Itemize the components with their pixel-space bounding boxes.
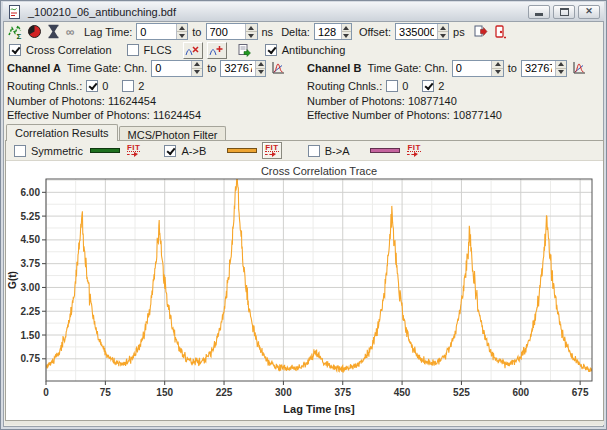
delta-label: Delta: bbox=[281, 26, 310, 38]
close-button[interactable]: ✕ bbox=[578, 5, 600, 19]
antibunching-checkbox[interactable] bbox=[265, 44, 277, 56]
to-label: to bbox=[508, 62, 517, 74]
x-tick-label: 75 bbox=[100, 387, 112, 398]
channel-a-gate-from-field[interactable] bbox=[151, 60, 203, 77]
spin-up-icon[interactable] bbox=[256, 61, 266, 69]
save-export-icon[interactable] bbox=[237, 43, 253, 58]
channel-b-gate-to-field[interactable] bbox=[521, 60, 567, 77]
ps-unit-label: ps bbox=[453, 26, 465, 38]
tcspc-histogram-icon[interactable] bbox=[270, 61, 286, 76]
channel-a-routing-2-checkbox[interactable] bbox=[122, 80, 134, 92]
fit-b-to-a-button[interactable]: FIT bbox=[405, 143, 423, 158]
correlation-trace bbox=[46, 167, 592, 373]
channel-a-gate-from-input[interactable] bbox=[152, 61, 191, 76]
legend-symmetric-label: Symmetric bbox=[31, 145, 83, 157]
y-axis-label: G(t) bbox=[7, 271, 18, 289]
spin-down-icon[interactable] bbox=[342, 32, 351, 39]
spin-up-icon[interactable] bbox=[342, 24, 351, 32]
document-file-icon bbox=[7, 4, 23, 19]
x-tick-label: 600 bbox=[512, 387, 529, 398]
channel-a-title: Channel A bbox=[7, 62, 61, 74]
photons-value: 11624454 bbox=[108, 95, 156, 107]
x-tick-label: 450 bbox=[394, 387, 411, 398]
effective-photons-value: 11624454 bbox=[153, 109, 201, 121]
lag-time-to-field[interactable] bbox=[206, 23, 258, 40]
flcs-label: FLCS bbox=[144, 44, 172, 56]
spin-up-icon[interactable] bbox=[192, 61, 202, 69]
spin-down-icon[interactable] bbox=[438, 32, 449, 39]
svg-text:∞: ∞ bbox=[66, 25, 75, 39]
flcs-checkbox[interactable] bbox=[127, 44, 139, 56]
legend-b-to-a-checkbox[interactable] bbox=[308, 145, 320, 157]
exit-icon[interactable] bbox=[492, 24, 508, 39]
channel-b-gate-from-field[interactable] bbox=[452, 60, 504, 77]
channel-b-routing-0-checkbox[interactable] bbox=[386, 80, 398, 92]
lag-time-to-input[interactable] bbox=[207, 24, 246, 39]
maximize-button[interactable] bbox=[553, 5, 575, 19]
plot-area: 0751502253003754505256006750.751.502.253… bbox=[21, 167, 592, 399]
lag-time-from-input[interactable] bbox=[137, 24, 176, 39]
spin-up-icon[interactable] bbox=[246, 24, 256, 32]
spin-down-icon[interactable] bbox=[492, 69, 502, 76]
tab-correlation-results[interactable]: Correlation Results bbox=[6, 124, 118, 141]
spin-up-icon[interactable] bbox=[438, 24, 449, 32]
fit-symmetric-button[interactable]: FIT bbox=[125, 143, 143, 158]
minimize-button[interactable] bbox=[528, 5, 550, 19]
titlebar: _100210_06_antibunching.bdf ✕ bbox=[3, 2, 604, 21]
fit-a-to-b-button[interactable]: FIT bbox=[262, 142, 282, 159]
lag-time-from-field[interactable] bbox=[136, 23, 188, 40]
spin-down-icon[interactable] bbox=[192, 69, 202, 76]
legend-b-to-a-label: B->A bbox=[325, 145, 350, 157]
sum-trace-icon[interactable]: Σ bbox=[7, 24, 23, 39]
preview-glasses-icon[interactable]: ∞ bbox=[64, 24, 80, 39]
y-tick-label: 3.75 bbox=[21, 258, 41, 269]
time-pie-icon[interactable] bbox=[26, 24, 42, 39]
spin-down-icon[interactable] bbox=[256, 69, 266, 76]
spin-up-icon[interactable] bbox=[556, 61, 566, 69]
lag-time-label: Lag Time: bbox=[84, 26, 132, 38]
fit-arrow-icon bbox=[407, 152, 419, 157]
time-gate-label: Time Gate: Chn. bbox=[367, 62, 447, 74]
legend-b-to-a-swatch bbox=[370, 148, 400, 153]
spin-up-icon[interactable] bbox=[492, 61, 502, 69]
offset-input[interactable] bbox=[396, 24, 437, 39]
cross-correlation-chart: Cross Correlation Trace Lag Time [ns] G(… bbox=[6, 161, 603, 420]
spin-up-icon[interactable] bbox=[177, 24, 187, 32]
channel-a-gate-to-input[interactable] bbox=[221, 61, 254, 76]
spin-down-icon[interactable] bbox=[177, 32, 187, 39]
fit-arrow-icon bbox=[127, 152, 139, 157]
channel-a-routing-0-checkbox[interactable] bbox=[86, 80, 98, 92]
minimize-icon bbox=[535, 13, 543, 16]
tab-mcs-photon-filter[interactable]: MCS/Photon Filter bbox=[119, 126, 227, 141]
cross-correlation-checkbox[interactable] bbox=[9, 44, 21, 56]
legend-symmetric-checkbox[interactable] bbox=[14, 145, 26, 157]
legend-a-to-b-checkbox[interactable] bbox=[164, 145, 176, 157]
x-tick-label: 525 bbox=[453, 387, 470, 398]
main-toolbar: Σ ∞ Lag Time: to ns Delta: bbox=[4, 22, 603, 41]
channel-a-gate-to-field[interactable] bbox=[220, 60, 266, 77]
hourglass-icon[interactable] bbox=[45, 24, 61, 39]
routing-label: Routing Chnls.: bbox=[307, 80, 382, 92]
offset-field[interactable] bbox=[395, 23, 449, 40]
ns-unit-label: ns bbox=[262, 26, 274, 38]
fit-add-icon bbox=[209, 43, 224, 58]
y-tick-label: 4.50 bbox=[21, 234, 41, 245]
channel-b-gate-to-input[interactable] bbox=[522, 61, 555, 76]
tcspc-histogram-icon[interactable] bbox=[571, 61, 587, 76]
spin-down-icon[interactable] bbox=[246, 32, 256, 39]
delta-input[interactable] bbox=[315, 24, 341, 39]
spin-down-icon[interactable] bbox=[556, 69, 566, 76]
x-tick-label: 300 bbox=[275, 387, 292, 398]
maximize-icon bbox=[560, 8, 569, 16]
channel-b-gate-from-input[interactable] bbox=[453, 61, 492, 76]
fit-remove-icon bbox=[185, 43, 200, 58]
close-icon: ✕ bbox=[585, 7, 593, 16]
delta-field[interactable] bbox=[314, 23, 352, 40]
export-page-icon[interactable] bbox=[473, 24, 489, 39]
fit-remove-button[interactable] bbox=[183, 42, 203, 59]
y-tick-label: 2.25 bbox=[21, 306, 41, 317]
fit-add-button[interactable] bbox=[207, 42, 227, 59]
channel-b-routing-2-checkbox[interactable] bbox=[422, 80, 434, 92]
chart-title: Cross Correlation Trace bbox=[261, 165, 377, 177]
routing-2-label: 2 bbox=[438, 80, 444, 92]
